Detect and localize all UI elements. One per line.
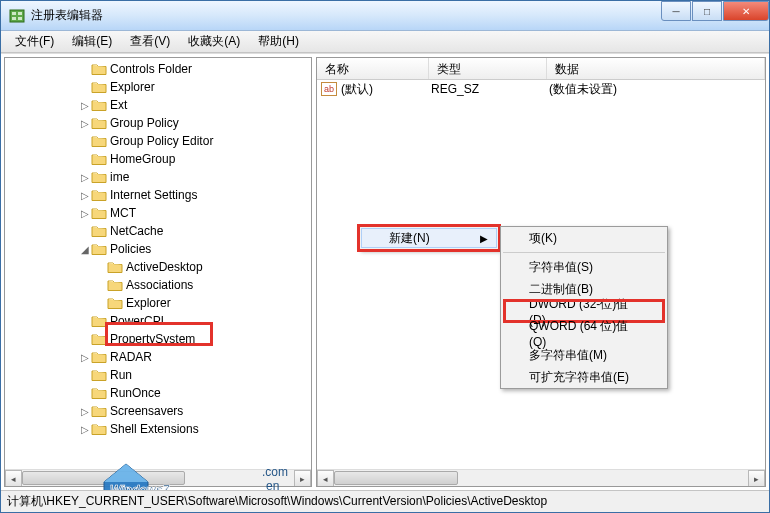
tree-pane[interactable]: Controls FolderExplorer▷Ext▷Group Policy… xyxy=(4,57,312,487)
tree-item[interactable]: ◢Policies xyxy=(5,240,311,258)
tree-label: Internet Settings xyxy=(110,188,197,202)
ctx-item[interactable]: 字符串值(S) xyxy=(501,256,667,278)
folder-icon xyxy=(91,80,107,94)
col-header-type[interactable]: 类型 xyxy=(429,58,547,79)
ctx-item[interactable]: 可扩充字符串值(E) xyxy=(501,366,667,388)
minimize-button[interactable]: ─ xyxy=(661,1,691,21)
tree-label: Screensavers xyxy=(110,404,183,418)
expand-arrow-icon[interactable]: ▷ xyxy=(79,100,91,111)
tree-label: Group Policy Editor xyxy=(110,134,213,148)
expand-arrow-icon[interactable]: ▷ xyxy=(79,352,91,363)
scroll-right-button[interactable]: ▸ xyxy=(748,470,765,487)
tree-item[interactable]: ActiveDesktop xyxy=(5,258,311,276)
scroll-thumb[interactable] xyxy=(22,471,185,485)
tree-item[interactable]: Associations xyxy=(5,276,311,294)
tree-item[interactable]: ▷MCT xyxy=(5,204,311,222)
window-controls: ─ □ ✕ xyxy=(660,1,769,30)
ctx-item[interactable]: 项(K) xyxy=(501,227,667,249)
folder-icon xyxy=(91,368,107,382)
svg-rect-1 xyxy=(12,12,16,15)
menu-view[interactable]: 查看(V) xyxy=(122,31,178,52)
tree-item[interactable]: PropertySystem xyxy=(5,330,311,348)
tree-label: Ext xyxy=(110,98,127,112)
scroll-left-button[interactable]: ◂ xyxy=(5,470,22,487)
expand-arrow-icon[interactable]: ▷ xyxy=(79,190,91,201)
folder-icon xyxy=(91,422,107,436)
scroll-right-button[interactable]: ▸ xyxy=(294,470,311,487)
folder-icon xyxy=(91,206,107,220)
titlebar[interactable]: 注册表编辑器 ─ □ ✕ xyxy=(1,1,769,31)
folder-icon xyxy=(91,224,107,238)
scroll-left-button[interactable]: ◂ xyxy=(317,470,334,487)
folder-icon xyxy=(107,260,123,274)
tree-item[interactable]: ▷Group Policy xyxy=(5,114,311,132)
svg-rect-0 xyxy=(10,10,24,22)
list-hscroll[interactable]: ◂ ▸ xyxy=(317,469,765,486)
content-area: Controls FolderExplorer▷Ext▷Group Policy… xyxy=(1,53,769,490)
context-menu-new: 新建(N) ▶ xyxy=(359,226,499,250)
menu-file[interactable]: 文件(F) xyxy=(7,31,62,52)
expand-arrow-icon[interactable]: ▷ xyxy=(79,424,91,435)
tree-label: ActiveDesktop xyxy=(126,260,203,274)
tree-item[interactable]: ▷Internet Settings xyxy=(5,186,311,204)
ctx-item[interactable]: 多字符串值(M) xyxy=(501,344,667,366)
menu-edit[interactable]: 编辑(E) xyxy=(64,31,120,52)
scroll-track[interactable] xyxy=(334,470,748,486)
folder-icon xyxy=(91,152,107,166)
folder-icon xyxy=(91,98,107,112)
ctx-item[interactable]: QWORD (64 位)值(Q) xyxy=(501,322,667,344)
folder-icon xyxy=(91,404,107,418)
svg-rect-4 xyxy=(18,17,22,20)
scroll-track[interactable] xyxy=(22,470,294,486)
tree-item[interactable]: ▷RADAR xyxy=(5,348,311,366)
ctx-new[interactable]: 新建(N) ▶ xyxy=(361,228,497,248)
folder-icon xyxy=(91,242,107,256)
folder-icon xyxy=(91,350,107,364)
svg-rect-3 xyxy=(12,17,16,20)
tree-label: ime xyxy=(110,170,129,184)
expand-arrow-icon[interactable]: ▷ xyxy=(79,208,91,219)
tree-item[interactable]: PowerCPL xyxy=(5,312,311,330)
statusbar: 计算机\HKEY_CURRENT_USER\Software\Microsoft… xyxy=(1,490,769,512)
expand-arrow-icon[interactable]: ▷ xyxy=(79,118,91,129)
ctx-label: 新建(N) xyxy=(389,230,430,247)
tree-item[interactable]: ▷Screensavers xyxy=(5,402,311,420)
expand-arrow-icon[interactable]: ◢ xyxy=(79,244,91,255)
expand-arrow-icon[interactable]: ▷ xyxy=(79,172,91,183)
expand-arrow-icon[interactable]: ▷ xyxy=(79,406,91,417)
tree-item[interactable]: ▷Ext xyxy=(5,96,311,114)
svg-rect-2 xyxy=(18,12,22,15)
tree-item[interactable]: NetCache xyxy=(5,222,311,240)
col-header-data[interactable]: 数据 xyxy=(547,58,765,79)
tree-label: Explorer xyxy=(110,80,155,94)
menu-help[interactable]: 帮助(H) xyxy=(250,31,307,52)
maximize-button[interactable]: □ xyxy=(692,1,722,21)
close-button[interactable]: ✕ xyxy=(723,1,769,21)
tree-item[interactable]: Group Policy Editor xyxy=(5,132,311,150)
registry-editor-window: 注册表编辑器 ─ □ ✕ 文件(F) 编辑(E) 查看(V) 收藏夹(A) 帮助… xyxy=(0,0,770,513)
tree-item[interactable]: HomeGroup xyxy=(5,150,311,168)
tree-label: Explorer xyxy=(126,296,171,310)
list-row[interactable]: ab (默认) REG_SZ (数值未设置) xyxy=(317,80,765,98)
tree-item[interactable]: ▷ime xyxy=(5,168,311,186)
scroll-thumb[interactable] xyxy=(334,471,458,485)
folder-icon xyxy=(91,188,107,202)
tree-item[interactable]: ▷Shell Extensions xyxy=(5,420,311,438)
tree-item[interactable]: Run xyxy=(5,366,311,384)
tree-label: Policies xyxy=(110,242,151,256)
folder-icon xyxy=(91,62,107,76)
tree-label: Associations xyxy=(126,278,193,292)
tree-item[interactable]: Explorer xyxy=(5,294,311,312)
tree-item[interactable]: RunOnce xyxy=(5,384,311,402)
tree-item[interactable]: Controls Folder xyxy=(5,60,311,78)
row-data: (数值未设置) xyxy=(549,81,761,98)
folder-icon xyxy=(91,170,107,184)
col-header-name[interactable]: 名称 xyxy=(317,58,429,79)
folder-icon xyxy=(91,116,107,130)
tree-label: MCT xyxy=(110,206,136,220)
ctx-separator xyxy=(503,252,665,253)
menu-favorites[interactable]: 收藏夹(A) xyxy=(180,31,248,52)
tree-label: RunOnce xyxy=(110,386,161,400)
tree-item[interactable]: Explorer xyxy=(5,78,311,96)
tree-hscroll[interactable]: ◂ ▸ xyxy=(5,469,311,486)
